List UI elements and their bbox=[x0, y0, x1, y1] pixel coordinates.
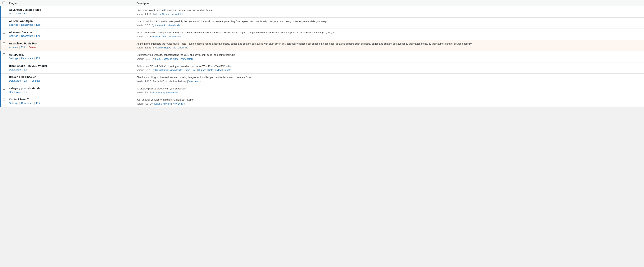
extra-link[interactable]: View details bbox=[188, 80, 201, 83]
action-separator: | bbox=[18, 34, 21, 37]
row-checkbox[interactable] bbox=[3, 98, 5, 101]
plugin-meta: Version 4.8 | By Takayuki Miyoshi | View… bbox=[136, 102, 642, 105]
plugin-desc-cell: Just another contact form plugin. Simple… bbox=[135, 96, 644, 107]
row-checkbox[interactable] bbox=[3, 87, 5, 90]
author-link[interactable]: Elliot Condon bbox=[156, 13, 170, 16]
plugin-name: Contact Form 7 bbox=[9, 98, 133, 101]
extra-link[interactable]: Visit plugin site bbox=[173, 46, 188, 49]
extra-link[interactable]: View details bbox=[172, 102, 185, 105]
row-checkbox[interactable] bbox=[3, 42, 5, 45]
plugin-name: Associated Posts Pro bbox=[9, 42, 133, 45]
plugin-action-deactivate[interactable]: Deactivate bbox=[21, 57, 33, 60]
plugin-action-settings[interactable]: Settings bbox=[9, 57, 18, 60]
extra-link[interactable]: Rate bbox=[208, 69, 213, 72]
plugin-action-edit[interactable]: Edit bbox=[21, 46, 25, 49]
plugin-desc-cell: To display post by category in your page… bbox=[135, 85, 644, 96]
plugin-action-deactivate[interactable]: Deactivate bbox=[9, 79, 21, 82]
extra-link[interactable]: View details bbox=[172, 13, 184, 16]
plugin-action-settings[interactable]: Settings bbox=[9, 34, 18, 37]
author-link[interactable]: Frank Goossens (futtta) bbox=[155, 58, 179, 60]
plugin-action-edit[interactable]: Edit bbox=[24, 68, 28, 71]
row-checkbox-cell bbox=[0, 40, 7, 51]
plugin-meta: Version 4.4.11 | By Elliot Condon | View… bbox=[136, 13, 642, 16]
row-checkbox[interactable] bbox=[3, 54, 5, 56]
plugin-action-deactivate[interactable]: Deactivate bbox=[21, 102, 33, 104]
plugin-action-deactivate[interactable]: Deactivate bbox=[9, 90, 21, 94]
plugin-action-deactivate[interactable]: Deactivate bbox=[21, 34, 33, 37]
plugin-desc-cell: Customise WordPress with powerful, profe… bbox=[135, 6, 644, 18]
plugin-name: Broken Link Checker bbox=[9, 76, 133, 78]
extra-link[interactable]: Home bbox=[184, 69, 190, 72]
plugin-action-settings[interactable]: Settings bbox=[32, 79, 40, 82]
plugin-description: Adds a new "Visual Editor" widget type b… bbox=[136, 64, 642, 68]
plugin-action-deactivate[interactable]: Deactivate bbox=[21, 23, 33, 26]
header-desc-col: Description bbox=[135, 0, 644, 6]
extra-link[interactable]: Follow bbox=[215, 69, 222, 72]
plugin-actions: Deactivate | Edit bbox=[9, 68, 133, 71]
extra-link[interactable]: FAQ bbox=[192, 69, 196, 72]
plugin-desc-cell: Used by millions, Akismet is quite possi… bbox=[135, 18, 644, 29]
action-separator: | bbox=[18, 102, 21, 104]
extra-link[interactable]: View details bbox=[168, 24, 180, 26]
plugin-actions: Deactivate | Edit bbox=[9, 90, 133, 94]
plugin-description: Optimizes your website, concatenating th… bbox=[136, 53, 642, 57]
plugin-actions: Deactivate | Edit bbox=[9, 12, 133, 15]
plugin-action-settings[interactable]: Settings bbox=[9, 23, 18, 26]
plugin-action-edit[interactable]: Edit bbox=[36, 57, 40, 60]
action-separator: | bbox=[18, 23, 21, 26]
extra-link[interactable]: View details bbox=[169, 35, 181, 38]
select-all-checkbox[interactable] bbox=[2, 2, 5, 4]
extra-link[interactable]: Donate bbox=[224, 69, 231, 72]
action-separator: | bbox=[34, 102, 36, 104]
table-row: Advanced Custom FieldsDeactivate | EditC… bbox=[0, 6, 644, 18]
row-checkbox[interactable] bbox=[3, 76, 5, 78]
author-link[interactable]: ibnuyahya bbox=[153, 91, 164, 94]
plugin-name: Advanced Custom Fields bbox=[9, 8, 133, 11]
row-checkbox-cell bbox=[0, 96, 7, 107]
header-plugin-col: Plugin bbox=[7, 0, 135, 6]
plugin-name: All in one Favicon bbox=[9, 31, 133, 34]
extra-link[interactable]: View details bbox=[166, 91, 178, 94]
author-link[interactable]: Dennis Hoppe bbox=[156, 46, 171, 49]
plugin-action-activate[interactable]: Activate bbox=[9, 46, 18, 49]
action-separator: | bbox=[21, 90, 23, 94]
table-row: Contact Form 7Settings | Deactivate | Ed… bbox=[0, 96, 644, 107]
row-checkbox-cell bbox=[0, 6, 7, 18]
author-link[interactable]: Black Studio bbox=[155, 69, 168, 72]
plugin-action-edit[interactable]: Edit bbox=[24, 90, 28, 94]
plugin-action-deactivate[interactable]: Deactivate bbox=[9, 12, 21, 15]
plugin-action-edit[interactable]: Edit bbox=[36, 23, 40, 26]
header-check-col[interactable] bbox=[0, 0, 7, 6]
plugin-description: Just another contact form plugin. Simple… bbox=[136, 98, 642, 102]
plugin-action-edit[interactable]: Edit bbox=[36, 102, 40, 104]
plugins-table-wrap: Plugin Description Advanced Custom Field… bbox=[0, 0, 644, 107]
row-checkbox[interactable] bbox=[3, 31, 5, 34]
row-checkbox-cell bbox=[0, 85, 7, 96]
author-link[interactable]: Takayuki Miyoshi bbox=[153, 102, 171, 105]
extra-link[interactable]: View details bbox=[170, 69, 182, 72]
row-checkbox-cell bbox=[0, 74, 7, 85]
action-separator: | bbox=[34, 34, 36, 37]
plugin-action-settings[interactable]: Settings bbox=[9, 102, 18, 104]
action-separator: | bbox=[18, 46, 20, 49]
extra-link[interactable]: View details bbox=[181, 58, 194, 60]
row-checkbox[interactable] bbox=[3, 8, 5, 11]
plugin-action-delete[interactable]: Delete bbox=[28, 46, 36, 49]
plugin-name-cell: category post shortcodeDeactivate | Edit bbox=[7, 85, 135, 96]
action-separator: | bbox=[21, 12, 23, 15]
plugin-meta: Version 2.4 | By ibnuyahya | View detail… bbox=[136, 91, 642, 94]
author-link[interactable]: Arne Franken bbox=[153, 35, 167, 38]
plugin-action-deactivate[interactable]: Deactivate bbox=[9, 68, 21, 71]
plugin-action-edit[interactable]: Edit bbox=[24, 12, 28, 15]
plugin-actions: Settings | Deactivate | Edit bbox=[9, 23, 133, 26]
row-checkbox[interactable] bbox=[3, 65, 5, 67]
author-link[interactable]: Automattic bbox=[155, 24, 166, 26]
action-separator: | bbox=[21, 79, 23, 82]
plugin-action-edit[interactable]: Edit bbox=[36, 34, 40, 37]
plugin-meta: Version 2.2.1 | By Frank Goossens (futtt… bbox=[136, 58, 642, 60]
plugin-name-cell: Contact Form 7Settings | Deactivate | Ed… bbox=[7, 96, 135, 107]
table-row: Akismet Anti-SpamSettings | Deactivate |… bbox=[0, 18, 644, 29]
extra-link[interactable]: Support bbox=[198, 69, 206, 72]
plugin-action-edit[interactable]: Edit bbox=[24, 79, 28, 82]
row-checkbox[interactable] bbox=[3, 20, 5, 22]
